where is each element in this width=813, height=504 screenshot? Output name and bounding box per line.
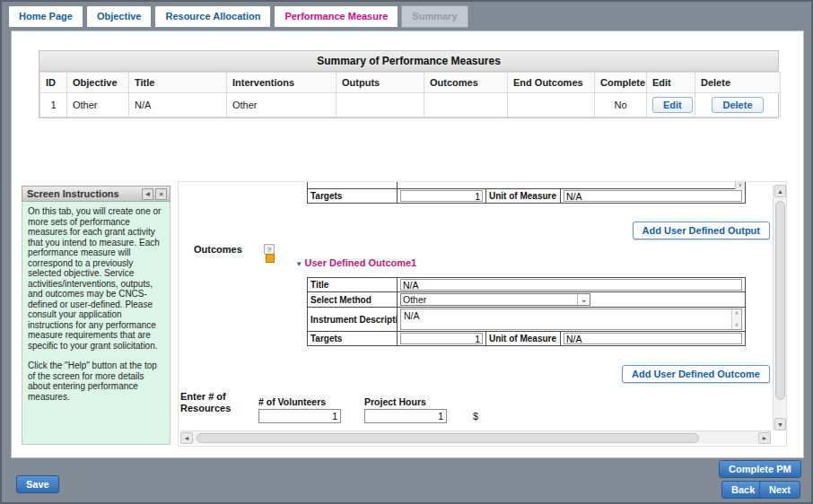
number-of-volunteers-input[interactable] xyxy=(258,409,341,423)
tab-resource-allocation[interactable]: Resource Allocation xyxy=(154,5,271,28)
textarea-scrollbar: ∧ ∨ xyxy=(731,309,741,329)
outcomes-section-label: Outcomes xyxy=(194,244,242,255)
cell-complete: No xyxy=(595,93,647,117)
cell-outputs xyxy=(337,93,424,117)
column-header-edit: Edit xyxy=(647,73,695,93)
select-method-label: Select Method xyxy=(308,292,398,308)
outcome-unit-of-measure-label: Unit of Measure xyxy=(486,332,561,346)
user-defined-outcome-form: Title Select Method Other ⌄ Instrument D… xyxy=(307,277,746,346)
collapse-triangle-icon: ▾ xyxy=(297,259,302,268)
select-method-value: Other xyxy=(403,294,577,305)
column-header-interventions: Interventions xyxy=(227,73,337,93)
column-header-id: ID xyxy=(40,73,67,93)
column-header-objective: Objective xyxy=(67,73,129,93)
column-header-title: Title xyxy=(129,73,227,93)
tab-performance-measure[interactable]: Performance Measure xyxy=(274,5,398,28)
next-button[interactable]: Next xyxy=(759,481,800,499)
outcome-title-row: Title xyxy=(308,278,746,292)
performance-measure-form-area: ∨ Targets Unit of Measure Add User Defin… xyxy=(178,181,787,447)
chevron-down-icon: ⌄ xyxy=(577,294,588,305)
tab-objective[interactable]: Objective xyxy=(86,5,153,28)
output-unit-of-measure-label: Unit of Measure xyxy=(486,189,561,204)
delete-button[interactable]: Delete xyxy=(712,97,763,113)
complete-pm-button[interactable]: Complete PM xyxy=(719,460,801,478)
instructions-paragraph-2: Click the "Help" button at the top of th… xyxy=(28,361,164,402)
outcome-title-label: Title xyxy=(308,278,398,292)
user-defined-outcome-group-header[interactable]: ▾User Defined Outcome1 xyxy=(297,254,416,270)
outcome-unit-of-measure-input[interactable] xyxy=(564,333,742,344)
screen-instructions-body: On this tab, you will create one or more… xyxy=(22,202,170,445)
table-row: 1 Other N/A Other No Edit Delete xyxy=(40,93,781,117)
column-header-complete: Complete xyxy=(595,73,647,93)
output-targets-label: Targets xyxy=(308,189,398,204)
outcome-instrument-row: Instrument Description N/A ∧ ∨ xyxy=(308,308,746,332)
output-unit-of-measure-input[interactable] xyxy=(564,190,742,202)
output-targets-input[interactable] xyxy=(400,190,483,202)
user-defined-outcome-title: User Defined Outcome1 xyxy=(305,257,417,268)
user-defined-output-form-partial: ∨ Targets Unit of Measure xyxy=(307,182,746,204)
summary-table-title: Summary of Performance Measures xyxy=(39,51,778,72)
outcome-targets-row: Targets Unit of Measure xyxy=(308,332,746,346)
outcome-title-input[interactable] xyxy=(400,279,742,291)
edit-button[interactable]: Edit xyxy=(652,97,693,113)
application-window: Home Page Objective Resource Allocation … xyxy=(0,0,813,504)
output-targets-row: Targets Unit of Measure xyxy=(308,189,746,204)
scroll-down-arrow-icon[interactable]: ▼ xyxy=(774,418,786,430)
column-header-end-outcomes: End Outcomes xyxy=(508,73,595,93)
cell-end-outcomes xyxy=(508,93,595,117)
screen-instructions-title: Screen Instructions xyxy=(27,188,140,199)
summary-header-row: ID Objective Title Interventions Outputs… xyxy=(40,73,781,93)
scroll-left-arrow-icon[interactable]: ◄ xyxy=(180,432,193,444)
screen-instructions-header: Screen Instructions ◄ × xyxy=(22,186,170,202)
cell-outcomes xyxy=(424,93,508,117)
horizontal-scrollbar-thumb[interactable] xyxy=(197,433,699,443)
cell-id: 1 xyxy=(40,93,67,117)
close-panel-icon[interactable]: × xyxy=(155,188,167,200)
vertical-scrollbar-thumb[interactable] xyxy=(775,201,785,400)
screen-instructions-panel: Screen Instructions ◄ × On this tab, you… xyxy=(22,186,170,445)
column-header-outcomes: Outcomes xyxy=(424,73,508,93)
column-header-delete: Delete xyxy=(695,73,781,93)
collapse-panel-icon[interactable]: ◄ xyxy=(142,188,153,200)
instrument-description-textarea[interactable]: N/A ∧ ∨ xyxy=(400,308,742,330)
project-hours-label: Project Hours xyxy=(364,396,426,407)
cell-objective: Other xyxy=(67,93,129,117)
scroll-right-arrow-icon[interactable]: ► xyxy=(758,432,771,444)
horizontal-scrollbar[interactable]: ◄ ► xyxy=(180,430,771,444)
tab-bar: Home Page Objective Resource Allocation … xyxy=(8,5,468,28)
cell-interventions: Other xyxy=(227,93,337,117)
scroll-up-arrow-icon[interactable]: ▲ xyxy=(774,185,786,197)
tab-home-page[interactable]: Home Page xyxy=(8,5,83,28)
summary-of-performance-measures-table: Summary of Performance Measures ID Objec… xyxy=(39,50,779,118)
cutoff-form-row: ∨ xyxy=(308,182,746,189)
outcome-targets-input[interactable] xyxy=(400,333,483,344)
save-button[interactable]: Save xyxy=(16,475,59,493)
scroll-down-icon[interactable]: ∨ xyxy=(735,182,745,189)
column-header-outputs: Outputs xyxy=(337,73,424,93)
vertical-scrollbar[interactable]: ▲ ▼ xyxy=(773,185,786,430)
add-user-defined-outcome-button[interactable]: Add User Defined Outcome xyxy=(622,365,770,383)
instructions-paragraph-1: On this tab, you will create one or more… xyxy=(28,206,164,351)
add-user-defined-output-button[interactable]: Add User Defined Output xyxy=(633,222,770,239)
scroll-down-icon[interactable]: ∨ xyxy=(735,321,739,329)
project-hours-input[interactable] xyxy=(364,409,447,423)
instrument-description-value: N/A xyxy=(404,310,420,321)
outcome-targets-label: Targets xyxy=(308,332,398,346)
cell-title: N/A xyxy=(129,93,227,117)
instrument-description-label: Instrument Description xyxy=(308,308,398,332)
number-of-volunteers-label: # of Volunteers xyxy=(258,396,326,407)
enter-number-of-resources-label: Enter # of Resources xyxy=(180,391,238,414)
main-content-panel: Summary of Performance Measures ID Objec… xyxy=(11,30,804,458)
select-method-dropdown[interactable]: Other ⌄ xyxy=(400,293,590,306)
outcome-method-row: Select Method Other ⌄ xyxy=(308,292,746,308)
tab-summary: Summary xyxy=(401,5,468,28)
scroll-up-icon[interactable]: ∧ xyxy=(735,309,739,317)
outcome-expander-icon[interactable] xyxy=(266,254,275,263)
currency-symbol: $ xyxy=(473,411,478,421)
